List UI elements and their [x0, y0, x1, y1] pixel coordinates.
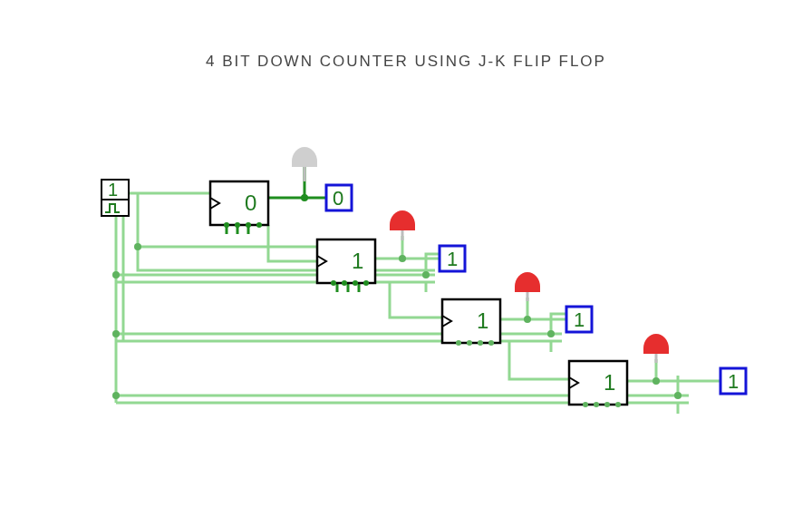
probe-3[interactable]: 1 — [720, 368, 746, 394]
flipflop-3-q: 1 — [604, 370, 615, 395]
flipflop-0[interactable]: 0 — [210, 181, 268, 228]
flipflop-0-q: 0 — [245, 190, 256, 215]
flipflop-2-q: 1 — [477, 308, 488, 333]
probe-0[interactable]: 0 — [326, 185, 352, 210]
svg-point-1 — [112, 271, 120, 278]
svg-point-16 — [246, 222, 251, 228]
led-3 — [643, 334, 669, 363]
svg-point-10 — [674, 392, 682, 399]
svg-point-4 — [301, 194, 308, 201]
svg-point-25 — [363, 280, 369, 286]
svg-point-33 — [488, 340, 494, 346]
svg-point-39 — [594, 402, 599, 407]
wire — [509, 341, 569, 379]
svg-point-15 — [235, 222, 240, 228]
led-2 — [515, 272, 540, 301]
svg-point-6 — [524, 316, 531, 323]
svg-point-32 — [478, 340, 483, 346]
input-block[interactable]: 1 — [102, 180, 129, 216]
svg-point-8 — [422, 271, 430, 278]
svg-point-23 — [342, 280, 347, 286]
svg-point-22 — [331, 280, 336, 286]
flipflop-3[interactable]: 1 — [569, 361, 627, 407]
svg-point-3 — [112, 392, 120, 399]
probe-1[interactable]: 1 — [440, 246, 465, 271]
svg-point-38 — [583, 402, 588, 407]
flipflop-1-q: 1 — [352, 249, 363, 273]
probe-2[interactable]: 1 — [566, 307, 592, 332]
svg-point-9 — [547, 330, 555, 337]
svg-point-2 — [112, 330, 120, 337]
svg-point-30 — [456, 340, 461, 346]
led-0 — [292, 147, 317, 181]
input-value: 1 — [108, 180, 118, 200]
svg-point-31 — [467, 340, 472, 346]
svg-point-5 — [399, 255, 406, 262]
svg-point-17 — [256, 222, 262, 228]
led-1 — [390, 210, 415, 240]
svg-point-14 — [224, 222, 229, 228]
flipflop-2[interactable]: 1 — [442, 299, 500, 346]
circuit-canvas: 1 0 0 1 1 1 — [0, 0, 812, 508]
wire — [268, 225, 317, 261]
svg-text:0: 0 — [333, 187, 343, 210]
svg-point-41 — [615, 402, 621, 407]
svg-point-0 — [134, 243, 141, 250]
svg-point-24 — [353, 280, 358, 286]
svg-text:1: 1 — [574, 308, 585, 331]
svg-point-7 — [652, 377, 660, 385]
flipflop-1[interactable]: 1 — [317, 239, 375, 286]
svg-text:1: 1 — [728, 370, 739, 393]
svg-point-40 — [604, 402, 610, 407]
svg-text:1: 1 — [447, 248, 458, 270]
wire — [390, 281, 442, 318]
